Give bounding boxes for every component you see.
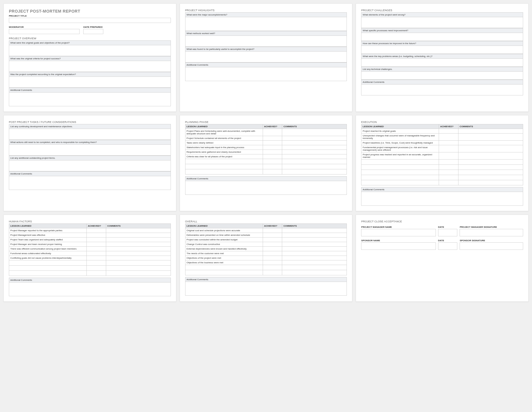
cell-blank[interactable] [361,165,439,170]
cell-achieved[interactable] [263,154,282,159]
input-pm-name[interactable] [361,229,436,236]
planning-comments[interactable] [185,181,347,195]
cell-achieved[interactable] [263,238,282,242]
cell-blank[interactable] [185,164,263,169]
cell-achieved[interactable] [87,251,106,256]
cell-comments[interactable] [282,247,347,251]
postproject-q2-answer[interactable] [9,145,171,156]
highlights-comments[interactable] [185,67,347,81]
cell-blank[interactable] [263,164,282,169]
cell-blank[interactable] [439,160,458,165]
input-project-title[interactable] [9,18,171,23]
cell-blank[interactable] [439,170,458,175]
highlights-q2-answer[interactable] [185,36,347,47]
cell-achieved[interactable] [263,228,282,233]
cell-comments[interactable] [106,238,171,242]
input-pm-date[interactable] [438,229,458,236]
cell-achieved[interactable] [87,233,106,238]
overview-comments[interactable] [9,93,171,106]
cell-achieved[interactable] [263,247,282,251]
cell-comments[interactable] [106,228,171,233]
cell-achieved[interactable] [263,136,282,141]
cell-achieved[interactable] [87,247,106,251]
cell-blank[interactable] [263,169,282,174]
cell-achieved[interactable] [263,256,282,260]
cell-achieved[interactable] [87,242,106,247]
cell-achieved[interactable] [439,129,458,134]
cell-blank[interactable] [282,164,347,169]
challenges-q3-answer[interactable] [361,46,523,54]
cell-comments[interactable] [106,233,171,238]
cell-blank[interactable] [87,271,106,276]
cell-blank[interactable] [282,169,347,174]
cell-achieved[interactable] [263,233,282,238]
cell-comments[interactable] [106,256,171,260]
input-date-prepared[interactable] [83,29,103,34]
cell-blank[interactable] [87,260,106,266]
cell-achieved[interactable] [439,134,458,141]
cell-blank[interactable] [87,266,106,271]
cell-blank[interactable] [263,270,282,275]
cell-blank[interactable] [263,159,282,164]
cell-achieved[interactable] [87,238,106,242]
cell-blank[interactable] [439,180,458,185]
cell-blank[interactable] [9,260,87,266]
cell-blank[interactable] [263,265,282,270]
input-sponsor-date[interactable] [438,242,458,250]
cell-comments[interactable] [106,247,171,251]
cell-achieved[interactable] [439,145,458,152]
overall-comments[interactable] [185,282,347,296]
cell-blank[interactable] [185,270,263,275]
cell-achieved[interactable] [439,152,458,160]
postproject-comments[interactable] [9,176,171,190]
human-comments[interactable] [9,282,171,296]
cell-blank[interactable] [439,175,458,180]
input-pm-sig[interactable] [460,229,523,236]
cell-blank[interactable] [361,180,439,185]
cell-blank[interactable] [106,266,171,271]
cell-blank[interactable] [282,265,347,270]
cell-blank[interactable] [282,270,347,275]
execution-comments[interactable] [361,192,523,206]
cell-achieved[interactable] [263,150,282,154]
cell-achieved[interactable] [87,228,106,233]
cell-comments[interactable] [458,134,523,141]
postproject-q1-answer[interactable] [9,129,171,140]
input-moderator[interactable] [9,29,80,34]
cell-comments[interactable] [282,136,347,141]
cell-comments[interactable] [282,238,347,242]
cell-blank[interactable] [361,175,439,180]
cell-blank[interactable] [282,159,347,164]
cell-blank[interactable] [361,170,439,175]
cell-blank[interactable] [9,266,87,271]
cell-comments[interactable] [282,154,347,159]
cell-comments[interactable] [282,251,347,256]
cell-blank[interactable] [9,271,87,276]
cell-comments[interactable] [282,233,347,238]
cell-comments[interactable] [282,256,347,260]
cell-blank[interactable] [106,271,171,276]
cell-blank[interactable] [458,165,523,170]
highlights-q1-answer[interactable] [185,17,347,31]
cell-comments[interactable] [458,145,523,152]
cell-blank[interactable] [458,180,523,185]
cell-comments[interactable] [106,251,171,256]
challenges-comments[interactable] [361,85,523,95]
cell-blank[interactable] [458,175,523,180]
cell-achieved[interactable] [263,260,282,265]
cell-comments[interactable] [458,129,523,134]
cell-comments[interactable] [458,152,523,160]
challenges-q5-answer[interactable] [361,72,523,80]
cell-comments[interactable] [282,242,347,247]
cell-blank[interactable] [185,169,263,174]
cell-comments[interactable] [458,141,523,145]
cell-achieved[interactable] [263,129,282,136]
challenges-q4-answer[interactable] [361,59,523,67]
cell-blank[interactable] [439,165,458,170]
cell-comments[interactable] [282,145,347,150]
cell-achieved[interactable] [87,256,106,260]
cell-achieved[interactable] [263,141,282,145]
overview-q1-answer[interactable] [9,45,171,56]
cell-achieved[interactable] [439,141,458,145]
postproject-q3-answer[interactable] [9,160,171,171]
